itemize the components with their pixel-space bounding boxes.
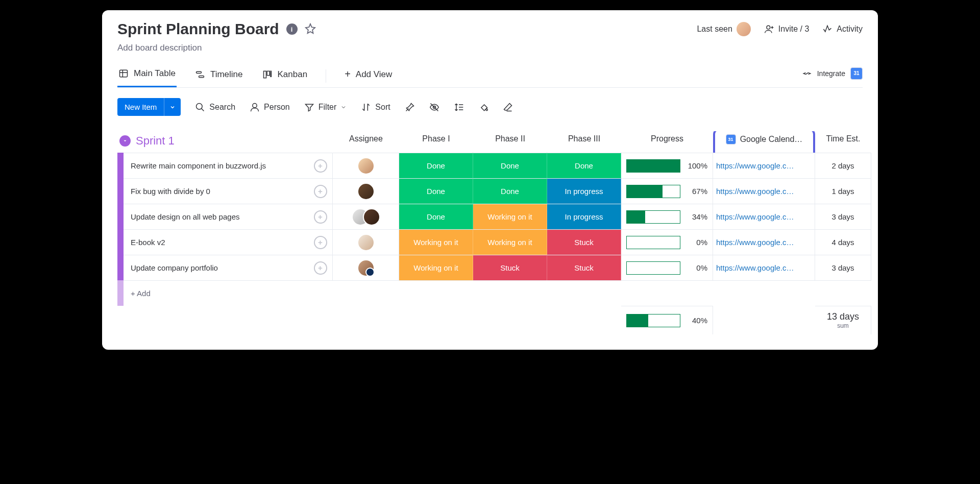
- col-gcal-label: Google Calend…: [740, 135, 803, 144]
- phase3-status[interactable]: Stuck: [547, 229, 621, 255]
- gcal-link[interactable]: https://www.google.c…: [713, 263, 815, 272]
- integrate-button[interactable]: Integrate 31: [802, 67, 863, 85]
- assignee-cell[interactable]: [333, 255, 399, 280]
- sort-button[interactable]: Sort: [361, 102, 390, 112]
- avatar-icon: [737, 22, 751, 36]
- invite-button[interactable]: Invite / 3: [764, 24, 809, 34]
- person-filter-button[interactable]: Person: [250, 102, 290, 112]
- phase3-status[interactable]: In progress: [547, 178, 621, 204]
- conversation-icon[interactable]: [314, 159, 327, 173]
- add-item-button[interactable]: + Add: [124, 280, 871, 306]
- tab-label: Timeline: [210, 69, 243, 80]
- hide-button[interactable]: [429, 102, 439, 112]
- col-phase1[interactable]: Phase I: [399, 131, 473, 153]
- phase2-status[interactable]: Working on it: [473, 229, 547, 255]
- col-phase3[interactable]: Phase III: [547, 131, 621, 153]
- progress-bar: [626, 185, 680, 198]
- conversation-icon[interactable]: [314, 236, 327, 249]
- eye-off-icon: [429, 102, 439, 112]
- task-name-cell[interactable]: Update design on all web pages: [124, 204, 333, 229]
- assignee-cell[interactable]: [333, 178, 399, 204]
- col-assignee[interactable]: Assignee: [333, 131, 399, 153]
- tab-timeline[interactable]: Timeline: [194, 65, 244, 87]
- task-name-cell[interactable]: Update company portfolio: [124, 255, 333, 280]
- chevron-down-icon[interactable]: [164, 98, 181, 116]
- phase2-status[interactable]: Working on it: [473, 204, 547, 229]
- sort-label: Sort: [375, 103, 390, 112]
- phase3-status[interactable]: In progress: [547, 204, 621, 229]
- gcal-link-cell[interactable]: https://www.google.c…: [713, 153, 815, 178]
- conversation-icon[interactable]: [314, 185, 327, 198]
- progress-cell[interactable]: 0%: [621, 255, 713, 280]
- phase3-status[interactable]: Done: [547, 153, 621, 178]
- tab-kanban[interactable]: Kanban: [261, 65, 309, 87]
- time-est-cell[interactable]: 4 days: [815, 229, 871, 255]
- phase2-status[interactable]: Done: [473, 178, 547, 204]
- assignee-cell[interactable]: [333, 229, 399, 255]
- progress-cell[interactable]: 100%: [621, 153, 713, 178]
- conversation-icon[interactable]: [314, 210, 327, 224]
- time-est-cell[interactable]: 3 days: [815, 255, 871, 280]
- progress-cell[interactable]: 0%: [621, 229, 713, 255]
- gcal-link[interactable]: https://www.google.c…: [713, 212, 815, 221]
- conversation-icon[interactable]: [314, 261, 327, 275]
- gcal-link-cell[interactable]: https://www.google.c…: [713, 204, 815, 229]
- new-item-button[interactable]: New Item: [117, 98, 181, 116]
- task-name-cell[interactable]: E-book v2: [124, 229, 333, 255]
- gcal-link[interactable]: https://www.google.c…: [713, 187, 815, 196]
- integrate-label: Integrate: [817, 69, 845, 78]
- phase1-status[interactable]: Done: [399, 153, 473, 178]
- height-button[interactable]: [454, 102, 464, 112]
- task-name-cell[interactable]: Fix bug with divide by 0: [124, 178, 333, 204]
- progress-bar: [626, 236, 680, 249]
- integrate-icon: [802, 68, 812, 79]
- invite-icon: [764, 24, 774, 34]
- board-title[interactable]: Sprint Planning Board: [117, 20, 279, 38]
- progress-bar: [626, 210, 680, 224]
- progress-pct: 34%: [685, 212, 707, 221]
- svg-rect-4: [263, 71, 266, 78]
- erase-button[interactable]: [503, 102, 513, 112]
- phase2-status[interactable]: Stuck: [473, 255, 547, 280]
- color-button[interactable]: [478, 102, 488, 112]
- time-est-cell[interactable]: 3 days: [815, 204, 871, 229]
- task-name-cell[interactable]: Rewrite main component in buzzword.js: [124, 153, 333, 178]
- col-progress[interactable]: Progress: [621, 131, 713, 153]
- group-collapse-toggle[interactable]: [119, 135, 131, 147]
- board-description[interactable]: Add board description: [117, 43, 863, 53]
- group-name[interactable]: Sprint 1: [136, 134, 175, 148]
- info-icon[interactable]: i: [286, 23, 298, 35]
- gcal-link-cell[interactable]: https://www.google.c…: [713, 229, 815, 255]
- phase2-status[interactable]: Done: [473, 153, 547, 178]
- progress-pct: 0%: [685, 263, 707, 272]
- task-name: Update company portfolio: [131, 263, 218, 272]
- assignee-cell[interactable]: [333, 153, 399, 178]
- activity-button[interactable]: Activity: [822, 24, 863, 34]
- phase1-status[interactable]: Done: [399, 178, 473, 204]
- phase1-status[interactable]: Done: [399, 204, 473, 229]
- progress-bar: [626, 159, 680, 173]
- favorite-star-icon[interactable]: [305, 23, 316, 36]
- gcal-link[interactable]: https://www.google.c…: [713, 238, 815, 247]
- progress-cell[interactable]: 34%: [621, 204, 713, 229]
- pin-button[interactable]: [405, 102, 415, 112]
- search-button[interactable]: Search: [195, 102, 235, 112]
- phase3-status[interactable]: Stuck: [547, 255, 621, 280]
- add-view-button[interactable]: + Add View: [344, 64, 393, 87]
- time-est-cell[interactable]: 2 days: [815, 153, 871, 178]
- col-time-est[interactable]: Time Est.: [815, 131, 871, 153]
- phase1-status[interactable]: Working on it: [399, 229, 473, 255]
- col-google-calendar[interactable]: 31 Google Calend…: [713, 131, 815, 153]
- gcal-link-cell[interactable]: https://www.google.c…: [713, 178, 815, 204]
- assignee-cell[interactable]: [333, 204, 399, 229]
- gcal-link-cell[interactable]: https://www.google.c…: [713, 255, 815, 280]
- col-phase2[interactable]: Phase II: [473, 131, 547, 153]
- filter-icon: [304, 102, 314, 112]
- progress-cell[interactable]: 67%: [621, 178, 713, 204]
- filter-button[interactable]: Filter: [304, 102, 347, 112]
- phase1-status[interactable]: Working on it: [399, 255, 473, 280]
- gcal-link[interactable]: https://www.google.c…: [713, 161, 815, 170]
- tab-main-table[interactable]: Main Table: [117, 64, 177, 87]
- time-est-cell[interactable]: 1 days: [815, 178, 871, 204]
- last-seen[interactable]: Last seen: [697, 22, 750, 36]
